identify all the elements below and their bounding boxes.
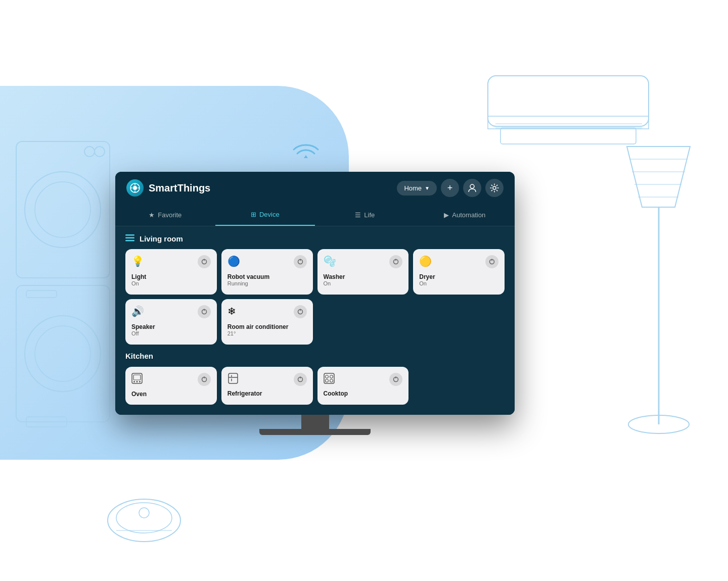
speaker-icon: 🔊 [131, 305, 144, 317]
svg-point-62 [325, 375, 328, 378]
svg-point-7 [35, 326, 90, 381]
tab-favorite[interactable]: ★ Favorite [115, 204, 215, 226]
svg-rect-33 [125, 234, 134, 236]
oven-name: Oven [131, 391, 211, 398]
life-icon: ☰ [355, 211, 361, 219]
device-label: Device [259, 211, 280, 218]
svg-rect-49 [133, 375, 141, 380]
app-logo [126, 179, 144, 197]
section-header-living: Living room [125, 234, 505, 243]
settings-button[interactable] [485, 179, 504, 197]
svg-rect-34 [125, 237, 134, 239]
svg-rect-9 [26, 417, 67, 427]
svg-point-32 [493, 186, 496, 189]
cooktop-name: Cooktop [324, 390, 403, 397]
svg-point-22 [116, 503, 172, 533]
tab-life[interactable]: ☰ Life [315, 204, 415, 226]
robot-vacuum-status: Running [228, 280, 307, 286]
logo-area: SmartThings [126, 179, 210, 197]
add-button[interactable]: + [441, 179, 459, 197]
svg-rect-5 [16, 285, 110, 422]
cooktop-power-btn[interactable] [389, 373, 402, 386]
svg-rect-8 [26, 290, 57, 298]
tab-device[interactable]: ⊞ Device [215, 204, 315, 226]
svg-rect-35 [125, 240, 134, 241]
wifi-icon [291, 134, 321, 164]
tab-bar: ★ Favorite ⊞ Device ☰ Life ▶ Automation [115, 204, 515, 226]
device-card-light[interactable]: 💡 Light On [125, 249, 217, 295]
light-power-btn[interactable] [198, 255, 211, 268]
ac-name: Room air conditioner [228, 323, 307, 330]
oven-power-btn[interactable] [198, 373, 211, 386]
tv-container: SmartThings Home ▼ + ★ Favorite [115, 172, 515, 435]
dryer-name: Dryer [419, 273, 498, 280]
refrigerator-icon [228, 373, 239, 386]
life-label: Life [364, 211, 375, 219]
dryer-power-btn[interactable] [485, 255, 498, 268]
svg-point-26 [133, 186, 137, 190]
dryer-status: On [419, 280, 498, 286]
robot-power-btn[interactable] [294, 255, 307, 268]
svg-point-4 [95, 147, 105, 157]
ac-icon: ❄ [228, 305, 236, 317]
svg-point-64 [325, 379, 328, 382]
svg-point-50 [133, 381, 135, 382]
svg-point-63 [330, 375, 333, 378]
kitchen-device-row: Oven Refrigerator [125, 367, 505, 405]
tv-stand [115, 415, 515, 435]
svg-point-6 [25, 316, 101, 392]
automation-label: Automation [452, 211, 485, 219]
svg-point-1 [25, 172, 101, 248]
svg-rect-10 [488, 76, 649, 126]
home-selector[interactable]: Home ▼ [397, 181, 437, 196]
device-row-2: 🔊 Speaker Off ❄ [125, 299, 505, 345]
section-header-kitchen: Kitchen [125, 352, 505, 361]
robot-vacuum-decor [104, 490, 185, 546]
device-card-robot-vacuum[interactable]: 🔵 Robot vacuum Running [221, 249, 313, 295]
light-status: On [131, 280, 211, 286]
speaker-power-btn[interactable] [198, 305, 211, 318]
washer-status: On [324, 280, 403, 286]
refrigerator-name: Refrigerator [228, 390, 307, 397]
svg-point-51 [136, 381, 138, 382]
washer-name: Washer [324, 273, 403, 280]
kitchen-section: Kitchen Oven [125, 352, 505, 405]
device-row-1: 💡 Light On 🔵 [125, 249, 505, 295]
profile-button[interactable] [463, 179, 481, 197]
svg-point-52 [139, 381, 141, 382]
device-card-speaker[interactable]: 🔊 Speaker Off [125, 299, 217, 345]
svg-point-2 [35, 182, 90, 237]
refrigerator-power-btn[interactable] [294, 373, 307, 386]
speaker-status: Off [131, 330, 211, 336]
device-grid-icon: ⊞ [251, 211, 256, 218]
ac-power-btn[interactable] [294, 305, 307, 318]
svg-rect-55 [229, 373, 238, 383]
device-card-washer[interactable]: 🫧 Washer On [317, 249, 409, 295]
device-card-oven[interactable]: Oven [125, 367, 217, 405]
automation-icon: ▶ [444, 211, 449, 219]
washer-power-btn[interactable] [389, 255, 402, 268]
svg-point-21 [108, 499, 180, 542]
header-controls: Home ▼ + [397, 179, 504, 197]
svg-point-65 [330, 379, 333, 382]
dropdown-arrow-icon: ▼ [425, 185, 430, 191]
svg-point-20 [628, 415, 689, 433]
robot-vacuum-icon: 🔵 [228, 255, 240, 267]
robot-vacuum-name: Robot vacuum [228, 273, 307, 280]
section-list-icon [125, 234, 134, 243]
cooktop-icon [324, 373, 335, 386]
living-room-title: Living room [140, 234, 183, 243]
svg-point-23 [139, 508, 149, 518]
app-title: SmartThings [149, 182, 210, 194]
dryer-icon: 🟡 [419, 255, 432, 267]
tab-automation[interactable]: ▶ Automation [415, 204, 515, 226]
tv-screen: SmartThings Home ▼ + ★ Favorite [115, 172, 515, 415]
device-card-dryer[interactable]: 🟡 Dryer On [413, 249, 505, 295]
oven-icon [131, 373, 143, 386]
device-card-cooktop[interactable]: Cooktop [317, 367, 409, 405]
svg-point-3 [84, 147, 95, 157]
ac-decor [485, 73, 652, 147]
lamp-decor [617, 141, 703, 445]
device-card-ac[interactable]: ❄ Room air conditioner 21° [221, 299, 313, 345]
device-card-refrigerator[interactable]: Refrigerator [221, 367, 313, 405]
